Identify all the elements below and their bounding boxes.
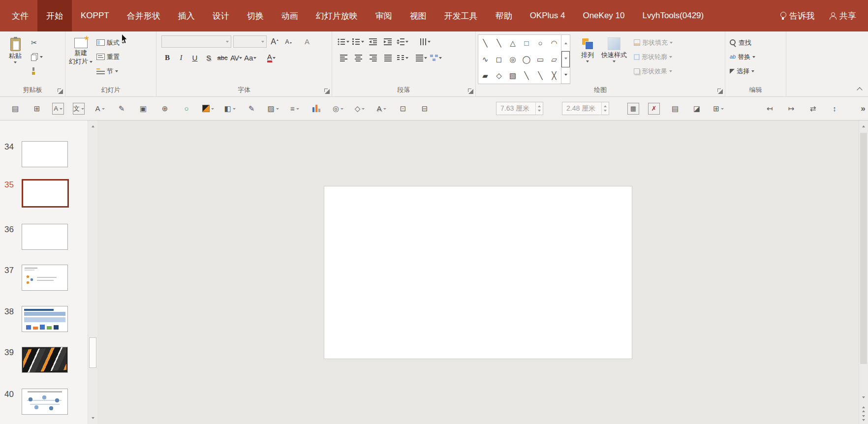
main-scroll-down-button[interactable]	[859, 393, 868, 403]
shape-cell[interactable]: ╲	[483, 39, 487, 48]
distribute-right-tool-icon[interactable]: ↦	[785, 102, 798, 115]
tab-transitions[interactable]: 切换	[238, 0, 273, 31]
shape-cell[interactable]: ○	[538, 39, 542, 47]
tab-slide-show[interactable]: 幻灯片放映	[307, 0, 367, 31]
font-size-combo[interactable]	[233, 35, 267, 48]
columns-button[interactable]	[396, 52, 409, 64]
grid-tool-icon[interactable]: ⊞	[31, 102, 43, 115]
shape-cell[interactable]: ╲	[538, 71, 542, 80]
replace-button[interactable]: ab替换	[727, 51, 758, 63]
quick-styles-button[interactable]: 快速样式	[601, 34, 627, 85]
spin-down-icon[interactable]	[602, 109, 609, 115]
paste-button[interactable]: 粘贴	[2, 34, 29, 85]
character-spacing-button[interactable]: AV	[230, 52, 242, 64]
anchor-tool-icon[interactable]: ⊕	[158, 102, 171, 115]
gallery-more-button[interactable]	[561, 67, 570, 84]
font-name-combo[interactable]	[161, 35, 231, 48]
shape-effects-button[interactable]: 形状效果	[631, 65, 675, 77]
shape-cell[interactable]: ▰	[482, 71, 488, 80]
shape-outline-button[interactable]: 形状轮廓	[631, 51, 675, 63]
align-left-button[interactable]	[337, 52, 350, 64]
gallery-scroll-up-button[interactable]	[561, 35, 570, 51]
select-button[interactable]: 选择	[727, 65, 758, 77]
cut-button[interactable]: ✂	[29, 36, 45, 49]
reset-button[interactable]: 重置	[94, 51, 127, 63]
current-slide-canvas[interactable]	[324, 186, 632, 359]
shape-cell[interactable]: ╳	[552, 71, 556, 80]
shape-cell[interactable]: ╲	[524, 71, 528, 80]
thumbnails-scroll-down-button[interactable]	[88, 414, 97, 424]
strikethrough-button[interactable]: abc	[217, 52, 228, 64]
shape-height-spinner[interactable]: 2.48 厘米	[562, 102, 609, 115]
grow-font-button[interactable]: A	[269, 35, 280, 48]
shrink-font-button[interactable]: A	[282, 35, 294, 48]
shape-cell[interactable]: ▱	[551, 55, 557, 64]
paint-tool-icon[interactable]: ◪	[690, 102, 703, 115]
align-text-button[interactable]	[415, 52, 428, 64]
find-button[interactable]: 查找	[727, 36, 758, 49]
slide-thumbnail-36[interactable]	[22, 224, 68, 250]
gallery-scroll-down-button[interactable]	[561, 51, 570, 68]
shape-tool-icon[interactable]: ◇	[353, 102, 366, 115]
clipboard-dialog-launcher[interactable]	[58, 89, 63, 94]
toolbar-overflow-button[interactable]: »	[857, 102, 868, 115]
shape-cell[interactable]: ◠	[551, 39, 557, 48]
thumbnails-scrollbar-thumb[interactable]	[89, 337, 96, 368]
shape-cell[interactable]: △	[510, 39, 516, 48]
shape-cell[interactable]: ◎	[509, 55, 516, 64]
shape-cell[interactable]: □	[524, 39, 528, 47]
shape-cell[interactable]: ◇	[496, 71, 502, 80]
main-scrollbar-thumb[interactable]	[860, 133, 867, 364]
tab-home[interactable]: 开始	[37, 0, 72, 31]
shape-cell[interactable]: ╲	[496, 39, 501, 48]
spin-down-icon[interactable]	[536, 109, 543, 115]
spin-up-icon[interactable]	[536, 102, 543, 109]
slide-thumbnail-38[interactable]	[22, 306, 68, 332]
arrange-button[interactable]: 排列	[574, 34, 601, 85]
main-scroll-up-button[interactable]	[859, 121, 868, 131]
bullets-button[interactable]	[337, 35, 350, 48]
change-case-button[interactable]: Aa	[244, 52, 256, 64]
tab-review[interactable]: 审阅	[367, 0, 401, 31]
tab-design[interactable]: 设计	[204, 0, 238, 31]
image-tool-icon[interactable]: ▣	[137, 102, 150, 115]
tell-me-button[interactable]: 告诉我	[780, 10, 814, 22]
slide-thumbnail-34[interactable]	[22, 141, 68, 167]
copy-button[interactable]	[29, 51, 45, 63]
tab-insert[interactable]: 插入	[169, 0, 204, 31]
font-color-button[interactable]: A	[265, 52, 277, 64]
cjk-textbox-tool-icon[interactable]: 文	[73, 103, 85, 115]
spin-up-icon[interactable]	[602, 102, 609, 109]
collapse-ribbon-button[interactable]	[856, 87, 863, 92]
italic-button[interactable]: I	[175, 52, 187, 64]
convert-smartart-button[interactable]	[430, 52, 442, 64]
swap-tool-icon[interactable]: ⇄	[806, 102, 819, 115]
distribute-vertical-tool-icon[interactable]: ↕	[828, 102, 841, 115]
shape-cell[interactable]: ◻	[496, 55, 502, 64]
keyboard-tool-icon[interactable]: ▦	[627, 103, 639, 115]
clear-formatting-button[interactable]: A	[301, 35, 313, 48]
shape-cell[interactable]: ▭	[537, 55, 544, 64]
paragraph-dialog-launcher[interactable]	[468, 89, 473, 94]
tab-onekey10[interactable]: OneKey 10	[574, 0, 633, 31]
tab-merge-shapes[interactable]: 合并形状	[118, 0, 169, 31]
distribute-left-tool-icon[interactable]: ↤	[763, 102, 776, 115]
copy-style-tool-icon[interactable]: ⊡	[397, 102, 409, 115]
thumbnails-scrollbar[interactable]	[88, 121, 97, 424]
tab-koppt[interactable]: KOPPT	[72, 0, 118, 31]
slide-tool-icon[interactable]: ▤	[9, 102, 22, 115]
next-slide-button[interactable]	[859, 414, 868, 424]
align-center-button[interactable]	[352, 52, 365, 64]
tab-okplus4[interactable]: OKPlus 4	[521, 0, 574, 31]
format-painter-button[interactable]	[29, 65, 45, 77]
decrease-indent-button[interactable]	[367, 35, 379, 48]
circle-tool-icon[interactable]: ○	[180, 102, 193, 115]
tab-animations[interactable]: 动画	[273, 0, 307, 31]
increase-indent-button[interactable]	[381, 35, 394, 48]
align-right-button[interactable]	[367, 52, 379, 64]
tab-file[interactable]: 文件	[3, 0, 37, 31]
shape-cell[interactable]: ◯	[523, 55, 531, 64]
underline-button[interactable]: U	[189, 52, 201, 64]
layout-button[interactable]: 版式	[94, 36, 127, 49]
thumbnails-scroll-up-button[interactable]	[88, 121, 97, 131]
